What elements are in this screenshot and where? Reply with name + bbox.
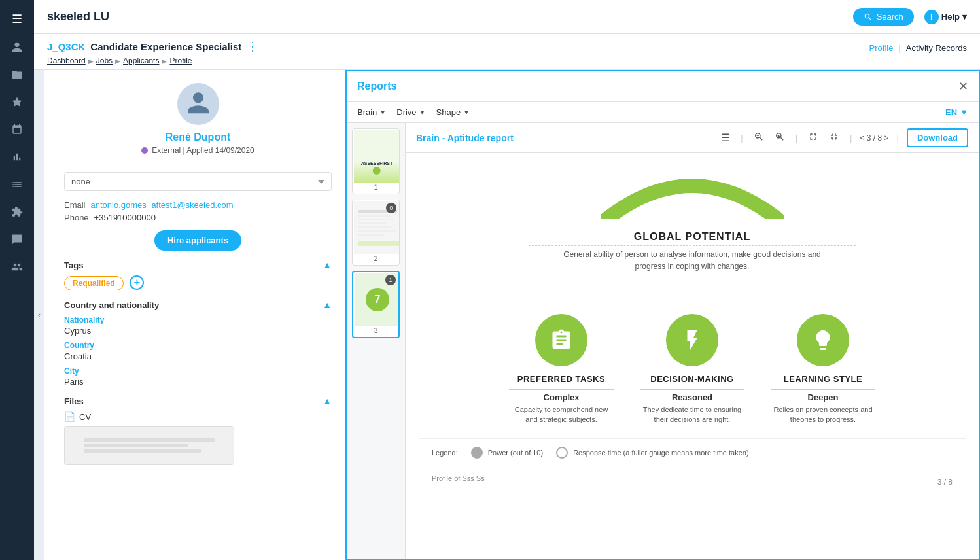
file-name: CV	[79, 412, 91, 422]
sidebar-icon-calendar[interactable]	[4, 118, 30, 141]
preferred-tasks-desc: Capacity to comprehend new and strategic…	[509, 405, 614, 425]
sidebar-icon-star[interactable]	[4, 90, 30, 114]
thumbnail-3[interactable]: 1 7 3	[352, 271, 400, 338]
file-thumbnail	[64, 426, 234, 465]
content-area: ‹ René Dupont External | Applied 14/09/2…	[34, 70, 980, 560]
tag-requalified[interactable]: Requalified	[64, 276, 124, 290]
compress-icon	[829, 131, 839, 142]
file-icon: 📄	[64, 411, 75, 422]
cards-row: PREFERRED TASKS Complex Capacity to comp…	[419, 314, 966, 425]
files-title: Files	[64, 396, 84, 406]
toolbar-sep-2: |	[796, 133, 797, 143]
files-toggle-icon[interactable]: ▲	[323, 396, 332, 406]
job-menu-icon[interactable]: ⋮	[247, 39, 258, 54]
email-value[interactable]: antonio.gomes+aftest1@skeeled.com	[91, 200, 234, 210]
applicant-name: René Dupont	[166, 131, 231, 143]
report-toolbar: Brain - Aptitude report ☰ | |	[406, 123, 979, 153]
sidebar-icon-chart[interactable]	[4, 145, 30, 169]
left-panel: René Dupont External | Applied 14/09/202…	[44, 70, 345, 560]
topbar-actions: Search ! Help ▾	[853, 8, 967, 26]
sidebar-icon-list[interactable]	[4, 173, 30, 196]
report-page-footer: Profile of Sss Ss 3 / 8	[419, 466, 966, 497]
add-tag-button[interactable]: +	[130, 275, 144, 290]
tab-brain[interactable]: Brain ▼	[357, 107, 386, 117]
sidebar: ☰	[0, 0, 34, 560]
job-title: Candidate Experience Specialist	[90, 41, 241, 52]
toolbar-sep-4: |	[897, 133, 899, 143]
tags-toggle-icon[interactable]: ▲	[323, 260, 332, 270]
report-page-content: GLOBAL POTENTIAL General ability of pers…	[406, 153, 979, 510]
tab-drive[interactable]: Drive ▼	[396, 107, 425, 117]
reports-title: Reports	[357, 80, 396, 92]
decision-making-icon	[666, 314, 718, 366]
sidebar-icon-users[interactable]	[4, 35, 30, 59]
help-icon: !	[924, 10, 939, 24]
search-icon	[864, 12, 873, 22]
report-doc-title: Brain - Aptitude report	[416, 133, 713, 143]
toolbar-sep-1: |	[741, 133, 743, 143]
zoom-in-icon	[775, 131, 785, 142]
pipe-separator: |	[898, 43, 900, 53]
sidebar-icon-puzzle[interactable]	[4, 200, 30, 224]
language-selector[interactable]: EN ▼	[945, 107, 968, 117]
sidebar-icon-people[interactable]	[4, 255, 30, 279]
tab-drive-chevron-icon: ▼	[419, 109, 426, 116]
sidebar-toggle-button[interactable]: ☰	[718, 130, 733, 145]
decision-making-title: DECISION-MAKING	[650, 374, 733, 384]
legend-response-text: Response time (a fuller gauge means more…	[573, 449, 748, 457]
thumbnail-3-badge: 1	[385, 275, 396, 285]
profile-link[interactable]: Profile	[869, 43, 894, 53]
city-field: City Paris	[64, 366, 332, 387]
country-toggle-icon[interactable]: ▲	[323, 300, 332, 310]
zoom-out-button[interactable]	[751, 130, 767, 146]
stage-select[interactable]: none	[64, 172, 332, 191]
activity-records-link[interactable]: Activity Records	[906, 43, 967, 53]
language-chevron-icon: ▼	[960, 107, 968, 117]
help-chevron-icon: ▾	[962, 12, 967, 22]
legend-item-power: Power (out of 10)	[471, 447, 543, 459]
thumbnail-1-number: 1	[354, 183, 398, 192]
learning-style-icon	[797, 314, 849, 366]
collapse-panel-button[interactable]: ‹	[34, 70, 44, 560]
topbar: skeeled LU Search ! Help ▾	[34, 0, 980, 34]
thumbnail-1[interactable]: ASSESSFIRST 1	[352, 128, 400, 194]
breadcrumb-dashboard[interactable]: Dashboard	[47, 56, 86, 65]
help-label: Help	[941, 12, 960, 22]
learning-style-subtitle: Deepen	[808, 393, 839, 402]
tags-container: Requalified +	[64, 275, 332, 290]
breadcrumb-applicants[interactable]: Applicants	[123, 56, 159, 65]
hire-applicants-button[interactable]: Hire applicants	[154, 230, 241, 251]
expand-button[interactable]	[805, 130, 821, 146]
download-button[interactable]: Download	[907, 128, 968, 147]
search-button[interactable]: Search	[853, 8, 914, 26]
avatar-icon	[185, 90, 211, 118]
breadcrumb-sep-1: ▶	[88, 58, 94, 65]
tab-shape[interactable]: Shape ▼	[436, 107, 470, 117]
reports-close-button[interactable]: ✕	[958, 79, 968, 94]
legend-item-response: Response time (a fuller gauge means more…	[556, 447, 748, 459]
legend-row: Legend: Power (out of 10) Response time …	[419, 438, 966, 466]
tags-title: Tags	[64, 260, 83, 270]
nationality-value: Cyprus	[64, 326, 332, 336]
sidebar-icon-message[interactable]	[4, 228, 30, 251]
tab-shape-chevron-icon: ▼	[463, 109, 470, 116]
app-title: skeeled LU	[47, 10, 853, 24]
tab-brain-chevron-icon: ▼	[379, 109, 386, 116]
sidebar-menu-icon[interactable]: ☰	[7, 7, 27, 31]
sidebar-icon-folder[interactable]	[4, 63, 30, 86]
bolt-icon	[680, 328, 704, 352]
compress-button[interactable]	[826, 130, 842, 146]
thumbnail-3-number: 3	[355, 326, 397, 336]
thumbnail-2[interactable]: 0	[352, 200, 400, 266]
tab-brain-label: Brain	[357, 107, 377, 117]
breadcrumb-jobs[interactable]: Jobs	[96, 56, 113, 65]
help-button[interactable]: ! Help ▾	[924, 10, 967, 24]
right-panel: ⋮ Actions ▾ Reports ✕ Brain ▼	[345, 70, 980, 560]
bulb-icon	[811, 328, 835, 352]
file-cv[interactable]: 📄 CV	[64, 411, 332, 422]
zoom-in-button[interactable]	[772, 130, 788, 146]
status-indicator	[141, 147, 148, 154]
breadcrumb-profile[interactable]: Profile	[169, 56, 192, 65]
reports-tabs: Brain ▼ Drive ▼ Shape ▼ EN	[347, 102, 979, 123]
avatar	[177, 83, 219, 125]
